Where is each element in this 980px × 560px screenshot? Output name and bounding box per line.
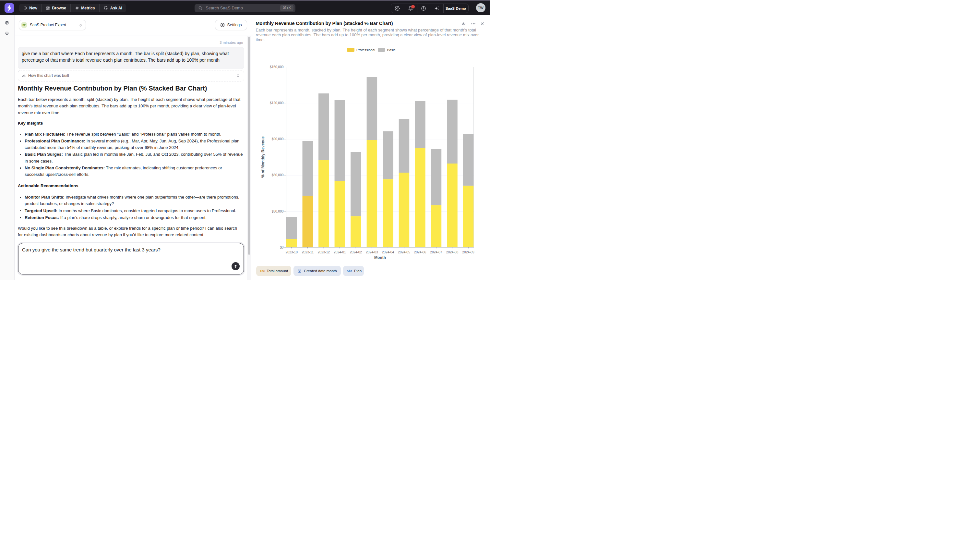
svg-text:2023-12: 2023-12: [317, 250, 330, 254]
svg-text:2024-05: 2024-05: [398, 250, 410, 254]
svg-text:% of Monthly Revenue: % of Monthly Revenue: [261, 136, 265, 177]
svg-text:Month: Month: [374, 255, 386, 260]
svg-text:2024-02: 2024-02: [350, 250, 362, 254]
svg-text:$30,000: $30,000: [271, 209, 283, 213]
svg-text:2024-01: 2024-01: [334, 250, 346, 254]
svg-text:$60,000: $60,000: [271, 173, 283, 177]
svg-text:2024-07: 2024-07: [430, 250, 442, 254]
svg-text:2024-06: 2024-06: [414, 250, 426, 254]
svg-text:2023-10: 2023-10: [286, 250, 298, 254]
svg-text:2024-03: 2024-03: [366, 250, 378, 254]
svg-text:2024-04: 2024-04: [382, 250, 394, 254]
svg-text:$90,000: $90,000: [271, 137, 283, 141]
svg-text:2023-11: 2023-11: [302, 250, 314, 254]
svg-text:$0: $0: [280, 245, 284, 249]
svg-text:2024-08: 2024-08: [446, 250, 458, 254]
svg-text:$150,000: $150,000: [270, 65, 284, 69]
svg-text:2024-09: 2024-09: [462, 250, 474, 254]
svg-text:$120,000: $120,000: [270, 101, 284, 105]
